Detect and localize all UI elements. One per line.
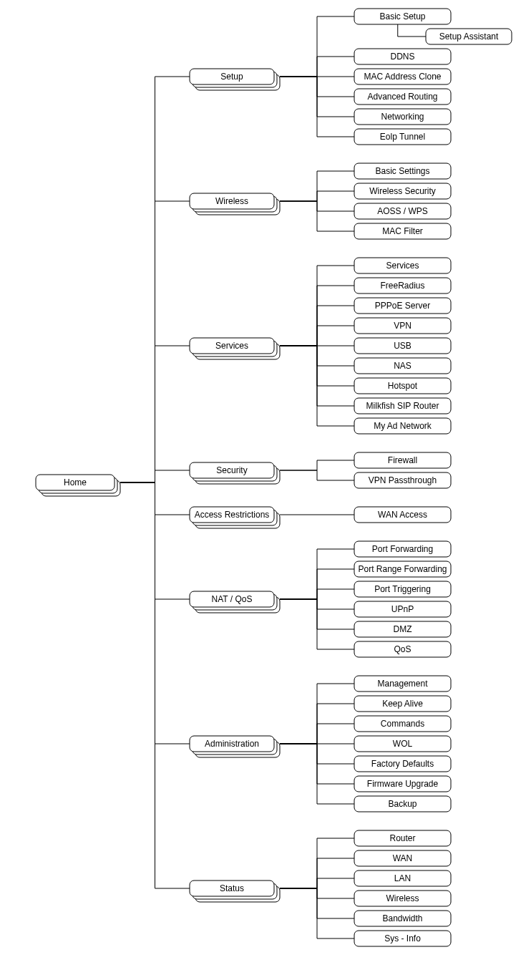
svg-text:Wireless: Wireless [215,196,248,206]
svg-text:My Ad Network: My Ad Network [374,421,432,431]
leaf-node: Backup [354,796,451,812]
svg-text:NAT / QoS: NAT / QoS [212,594,253,604]
leaf-node: USB [354,338,451,354]
svg-text:WOL: WOL [393,739,413,749]
svg-text:QoS: QoS [394,644,411,654]
svg-text:Basic Settings: Basic Settings [375,166,429,176]
category-node: Status [190,880,280,902]
svg-text:Bandwidth: Bandwidth [382,913,422,923]
svg-text:Security: Security [216,465,247,475]
leaf-node: Hotspot [354,378,451,394]
svg-text:Access Restrictions: Access Restrictions [195,510,270,520]
svg-text:Port Triggering: Port Triggering [374,584,431,594]
svg-text:Networking: Networking [381,112,424,122]
leaf-node: Commands [354,716,451,732]
svg-text:UPnP: UPnP [391,604,414,614]
svg-text:Basic Setup: Basic Setup [379,11,425,21]
leaf-node: Basic Settings [354,163,451,179]
svg-text:Status: Status [220,883,244,893]
svg-text:MAC Address Clone: MAC Address Clone [364,72,441,82]
leaf-node: Basic Setup [354,9,451,24]
leaf-node: VPN [354,318,451,334]
grandchild-node: Setup Assistant [426,29,512,44]
category-node: NAT / QoS [190,591,280,613]
leaf-node: FreeRadius [354,278,451,293]
category-node: Wireless [190,193,280,215]
leaf-node: Wireless Security [354,183,451,199]
svg-text:Administration: Administration [205,739,259,749]
category-node: Setup [190,69,280,90]
root-node: Home [36,475,120,496]
leaf-node: Wireless [354,891,451,906]
leaf-node: Firewall [354,452,451,468]
category-node: Security [190,462,280,484]
svg-text:VPN: VPN [394,321,411,331]
svg-text:FreeRadius: FreeRadius [380,281,424,291]
leaf-node: UPnP [354,601,451,617]
svg-text:Hotspot: Hotspot [388,381,418,391]
leaf-node: WAN [354,850,451,866]
category-node: Services [190,338,280,359]
svg-text:NAS: NAS [394,361,411,371]
leaf-node: MAC Address Clone [354,69,451,84]
leaf-node: PPPoE Server [354,298,451,314]
svg-text:DMZ: DMZ [394,624,412,634]
svg-text:WAN Access: WAN Access [378,510,427,520]
leaf-node: WAN Access [354,507,451,523]
svg-text:USB: USB [394,341,411,351]
leaf-node: Networking [354,109,451,125]
svg-text:VPN Passthrough: VPN Passthrough [369,475,437,485]
leaf-node: DDNS [354,49,451,64]
leaf-node: DMZ [354,621,451,637]
svg-text:Setup Assistant: Setup Assistant [439,31,499,42]
leaf-node: Eolp Tunnel [354,129,451,145]
svg-text:Setup: Setup [220,72,243,82]
leaf-node: Router [354,830,451,846]
leaf-node: NAS [354,358,451,374]
svg-text:Wireless Security: Wireless Security [369,186,436,196]
category-node: Administration [190,736,280,757]
leaf-node: Management [354,676,451,692]
svg-text:Sys - Info: Sys - Info [384,933,421,943]
sitemap-diagram: Basic SetupSetup AssistantDDNSMAC Addres… [0,0,526,980]
svg-text:WAN: WAN [393,853,413,863]
leaf-node: Milkfish SIP Router [354,398,451,414]
svg-text:PPPoE Server: PPPoE Server [375,301,430,311]
svg-text:Eolp Tunnel: Eolp Tunnel [380,132,425,142]
svg-text:Commands: Commands [381,719,424,729]
leaf-node: QoS [354,641,451,657]
category-node: Access Restrictions [190,507,280,528]
leaf-node: Firmware Upgrade [354,776,451,792]
leaf-node: Port Forwarding [354,541,451,557]
svg-text:MAC Filter: MAC Filter [382,226,423,236]
svg-text:Management: Management [377,679,428,689]
svg-text:Firewall: Firewall [388,455,417,465]
svg-text:Home: Home [64,477,87,487]
svg-text:Backup: Backup [388,799,417,809]
svg-text:Keep Alive: Keep Alive [382,699,423,709]
leaf-node: Keep Alive [354,696,451,712]
svg-text:DDNS: DDNS [390,52,414,62]
leaf-node: WOL [354,736,451,752]
svg-text:Wireless: Wireless [386,893,419,903]
leaf-node: LAN [354,870,451,886]
svg-text:LAN: LAN [394,873,411,883]
svg-text:Port Forwarding: Port Forwarding [372,544,433,554]
leaf-node: Services [354,258,451,273]
leaf-node: AOSS / WPS [354,203,451,219]
svg-text:Services: Services [215,341,248,351]
leaf-node: Bandwidth [354,911,451,926]
svg-text:Advanced Routing: Advanced Routing [367,92,437,102]
leaf-node: Factory Defaults [354,756,451,772]
svg-text:Factory Defaults: Factory Defaults [371,759,434,769]
leaf-node: My Ad Network [354,418,451,434]
svg-text:Port Range Forwarding: Port Range Forwarding [358,564,447,574]
svg-text:Firmware Upgrade: Firmware Upgrade [367,779,439,789]
leaf-node: MAC Filter [354,223,451,239]
svg-text:Services: Services [386,261,419,271]
leaf-node: VPN Passthrough [354,472,451,488]
leaf-node: Port Range Forwarding [354,561,451,577]
svg-text:Router: Router [389,833,415,843]
leaf-node: Port Triggering [354,581,451,597]
leaf-node: Sys - Info [354,931,451,946]
